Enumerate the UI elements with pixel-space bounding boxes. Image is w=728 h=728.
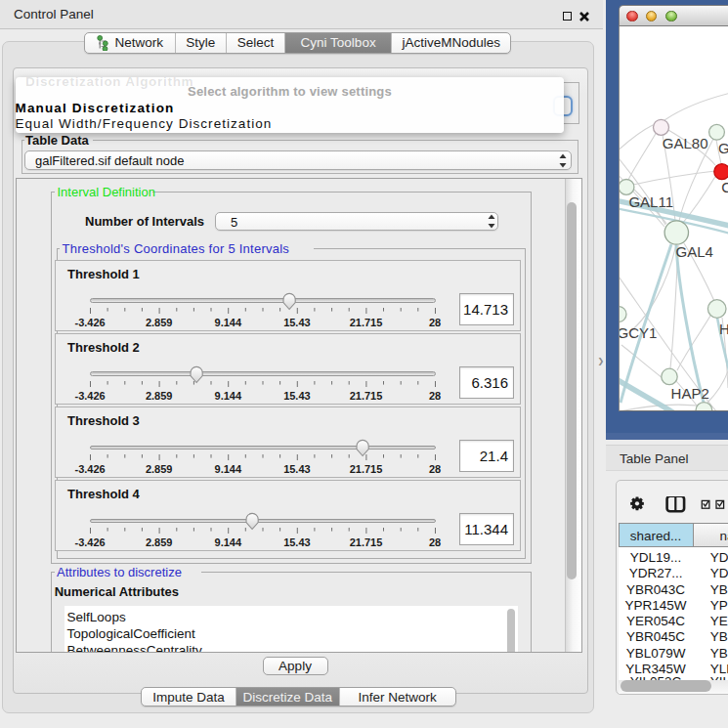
svg-text:GAL11: GAL11 — [628, 193, 673, 210]
svg-text:GCY1: GCY1 — [620, 324, 657, 341]
svg-text:C: C — [721, 179, 728, 195]
svg-text:GAL4: GAL4 — [676, 243, 713, 260]
svg-text:GAL80: GAL80 — [663, 135, 708, 151]
svg-text:G.: G. — [718, 140, 728, 156]
svg-text:H: H — [719, 321, 728, 337]
svg-text:HAP2: HAP2 — [671, 385, 709, 402]
